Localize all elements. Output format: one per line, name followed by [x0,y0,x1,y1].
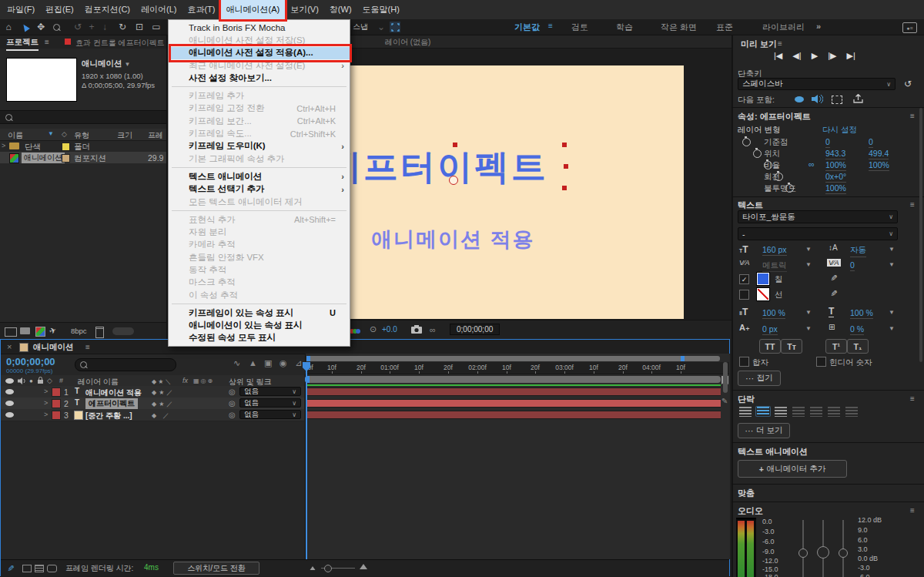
workspace-tab-standard[interactable]: 표준 [716,22,733,33]
label-chip[interactable] [52,411,61,420]
tab-project[interactable]: 프로젝트 [6,37,38,51]
workspace-tab-learn[interactable]: 학습 [616,22,633,33]
opacity-value[interactable]: 100% [825,183,846,194]
zoom-out-mountain-icon[interactable] [310,566,316,570]
adjust-icon[interactable]: ✈ [48,325,58,337]
menu-item-reveal-modified[interactable]: 수정된 속성 모두 표시 [169,332,350,344]
anchor-x-value[interactable]: 0 [825,137,830,148]
menu-window[interactable]: 창(W) [324,0,357,19]
label-swatch[interactable] [62,143,70,151]
menu-effect[interactable]: 효과(T) [182,0,220,19]
snapshot-camera-icon[interactable] [411,325,422,335]
layer-row-2[interactable]: > 2 T 에프터이펙트 ◆★／ ◎ 없음∨ [1,398,304,410]
timeline-search[interactable] [75,358,176,371]
viewer-timecode[interactable]: 0;00;00;00 [450,324,500,335]
position-x-value[interactable]: 943.3 [825,149,845,159]
switch-mode-button[interactable]: 스위치/모드 전환 [173,562,259,575]
caret-down-icon[interactable]: ▼ [805,246,812,253]
label-column-icon[interactable]: ◇ [62,130,67,138]
project-panel-menu-icon[interactable]: ≡ [45,38,49,46]
anchor-y-value[interactable]: 0 [869,137,873,148]
justify-last-center-button[interactable] [808,406,824,417]
label-swatch[interactable] [62,154,70,163]
caret-down-icon[interactable]: ▼ [805,261,812,268]
hindi-digits-checkbox[interactable] [816,357,826,367]
scale-x-value[interactable]: 100% [825,160,846,171]
video-column-eye-icon[interactable] [5,378,14,384]
layer-bar-1[interactable] [306,387,721,396]
orbit-tool-icon[interactable]: ↺ [71,19,85,35]
selection-tool-icon[interactable] [18,19,32,35]
shortcut-select[interactable]: 스페이스바 ∨ [738,78,896,90]
selection-handle[interactable] [562,143,567,147]
caret-down-icon[interactable]: ▼ [805,325,812,332]
menu-help[interactable]: 도움말(H) [357,0,405,19]
menu-item-track-boris[interactable]: Track in Boris FX Mocha [169,22,350,34]
col-name[interactable]: 이름 [8,130,23,141]
anchor-point-icon[interactable] [449,176,458,185]
time-ruler[interactable] [305,362,729,374]
home-icon[interactable]: ⌂ [2,19,15,35]
caret-down-icon[interactable]: ▼ [889,309,895,316]
layer-switches[interactable]: ◆ ／ [152,411,171,420]
include-overlays-icon[interactable] [832,96,842,104]
expander-icon[interactable]: > [44,399,48,407]
number-column-icon[interactable]: # [59,377,63,384]
col-type[interactable]: 유형 [74,130,89,141]
align-left-button[interactable] [738,406,753,417]
rotate-tool-icon[interactable]: ↻ [116,19,129,35]
export-icon[interactable] [853,94,863,105]
comp-name[interactable]: 애니메이션 [82,59,122,69]
layer-name[interactable]: 애니메이션 적용 [85,387,142,398]
label-chip[interactable] [52,399,61,408]
canvas-subtitle-text[interactable]: 애니메이션 적용 [371,226,535,253]
new-folder-icon[interactable] [20,327,30,334]
composition-mini-flowchart-icon[interactable]: ∿ [233,358,240,368]
project-search[interactable] [0,110,166,124]
chevron-down-icon[interactable]: ▼ [125,61,131,68]
exposure-value[interactable]: +0.0 [382,325,397,334]
eye-icon[interactable] [5,412,14,418]
caret-down-icon[interactable]: ▼ [889,261,895,268]
align-right-button[interactable] [773,406,788,417]
camera-shy-icon[interactable] [47,565,57,572]
lines-icon[interactable] [35,565,44,572]
justify-last-left-button[interactable] [791,406,806,417]
justify-last-right-button[interactable] [826,406,842,417]
caret-down-icon[interactable]: ▼ [889,325,895,332]
menu-item-browse-presets[interactable]: 사전 설정 찾아보기... [169,72,350,84]
project-depth-button[interactable]: 8bpc [71,327,87,335]
stopwatch-icon[interactable] [742,138,751,146]
motion-blur-icon[interactable]: ◉ [280,358,287,368]
nav-handle-right[interactable] [681,356,685,361]
work-area-bar[interactable] [305,376,721,383]
selection-handle[interactable] [453,143,457,147]
menu-item-keyframe-assistant[interactable]: 키프레임 도우미(K)› [169,140,350,153]
timeline-timecode[interactable]: 0;00;00;00 [6,356,55,367]
col-fps[interactable]: 프레 [148,130,163,141]
workspace-overflow-icon[interactable]: » [816,22,821,31]
font-family-select[interactable]: 타이포_쌍문동 ∨ [738,210,898,223]
workspace-tab-default[interactable]: 기본값 [514,22,540,33]
font-size-value[interactable]: 160 px [762,245,787,256]
pickwhip-icon[interactable]: ◎ [229,411,236,419]
graph-editor-icon[interactable]: ⊿ [295,358,302,368]
menu-layer[interactable]: 레이어(L) [136,0,182,19]
expander-icon[interactable]: > [44,411,48,418]
transform-group-label[interactable]: 레이어 변형 [738,125,780,136]
play-button[interactable]: ▶ [812,51,818,61]
menu-view[interactable]: 보기(V) [285,0,324,19]
ligatures-checkbox[interactable] [739,357,749,367]
region-of-interest-icon[interactable] [390,22,400,32]
timeline-menu-icon[interactable]: ≡ [85,343,90,351]
caret-down-icon[interactable]: ▼ [805,309,812,316]
interpret-footage-icon[interactable] [5,327,17,337]
zoom-in-mountain-icon[interactable] [360,564,367,569]
next-frame-button[interactable]: |▶ [828,51,836,61]
workspace-tab-library[interactable]: 라이브러리 [762,22,805,33]
all-caps-button[interactable]: TT [759,339,781,354]
stroke-checkbox[interactable] [739,290,749,300]
vertical-scale-value[interactable]: 100 % [762,308,785,319]
layer-name[interactable]: [중간 주황 ...] [85,411,132,421]
tracking-value[interactable]: 0 [850,260,855,271]
